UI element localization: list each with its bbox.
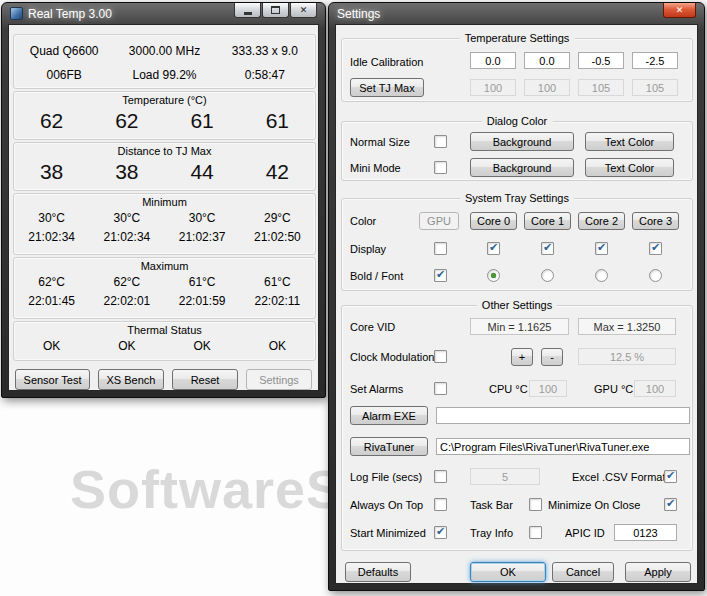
core0-color-button[interactable]: Core 0: [470, 212, 517, 230]
cpu-alarm-field[interactable]: 100: [529, 380, 567, 397]
task-bar-checkbox[interactable]: [529, 498, 542, 511]
display-core1-checkbox[interactable]: [541, 242, 554, 255]
normal-size-checkbox[interactable]: [434, 135, 447, 148]
core1-temp: 62: [89, 109, 164, 133]
clock-modulation-checkbox[interactable]: [434, 350, 447, 363]
ok-button[interactable]: OK: [470, 562, 546, 582]
system-tray-label: System Tray Settings: [460, 192, 574, 204]
core3-color-button[interactable]: Core 3: [632, 212, 679, 230]
idle-calibration-label: Idle Calibration: [350, 56, 423, 68]
clock-percent-field[interactable]: 12.5 %: [578, 348, 676, 365]
core2-min-time: 21:02:37: [165, 230, 240, 244]
font-radio-3[interactable]: [649, 269, 662, 282]
core1-color-button[interactable]: Core 1: [524, 212, 571, 230]
cpu-load: Load 99.2%: [114, 68, 214, 82]
maximize-button[interactable]: [262, 3, 289, 18]
tj-max-core2-field[interactable]: 105: [578, 79, 624, 96]
apply-button[interactable]: Apply: [625, 562, 691, 582]
minimize-icon: [244, 12, 252, 15]
thermal-status-label: Thermal Status: [14, 322, 315, 336]
cpu-info-panel: Quad Q6600 3000.00 MHz 333.33 x 9.0 006F…: [13, 34, 316, 89]
settings-close-button[interactable]: ✕: [663, 3, 696, 18]
cpu-fsb-multiplier: 333.33 x 9.0: [215, 44, 315, 58]
core0-thermal-status: OK: [14, 339, 89, 353]
sensor-test-button[interactable]: Sensor Test: [15, 369, 90, 390]
start-minimized-checkbox[interactable]: [434, 526, 447, 539]
rivatuner-path-field[interactable]: C:\Program Files\RivaTuner\RivaTuner.exe: [436, 438, 690, 455]
set-alarms-checkbox[interactable]: [434, 382, 447, 395]
task-bar-label: Task Bar: [470, 499, 513, 511]
excel-csv-checkbox[interactable]: [664, 470, 677, 483]
core2-min-temp: 30°C: [165, 211, 240, 225]
cpu-name: Quad Q6600: [14, 44, 114, 58]
rivatuner-button[interactable]: RivaTuner: [350, 437, 428, 456]
other-settings-label: Other Settings: [477, 299, 557, 311]
core1-min-time: 21:02:34: [89, 230, 164, 244]
idle-calibration-core2-field[interactable]: -0.5: [578, 52, 624, 69]
defaults-button[interactable]: Defaults: [345, 562, 411, 582]
tj-max-core1-field[interactable]: 100: [524, 79, 570, 96]
idle-calibration-core3-field[interactable]: -2.5: [632, 52, 678, 69]
font-radio-0[interactable]: [487, 269, 500, 282]
distance-panel: Distance to TJ Max 38 38 44 42: [13, 142, 316, 191]
tj-max-core3-field[interactable]: 105: [632, 79, 678, 96]
gpu-alarm-label: GPU °C: [594, 383, 633, 395]
display-core0-checkbox[interactable]: [487, 242, 500, 255]
bold-font-checkbox[interactable]: [434, 269, 447, 282]
reset-button[interactable]: Reset: [172, 369, 238, 390]
display-core2-checkbox[interactable]: [595, 242, 608, 255]
clock-minus-button[interactable]: -: [541, 348, 563, 366]
font-radio-2[interactable]: [595, 269, 608, 282]
cancel-button[interactable]: Cancel: [552, 562, 614, 582]
minimize-on-close-label: Minimize On Close: [548, 499, 640, 511]
normal-background-button[interactable]: Background: [470, 132, 574, 151]
clock-plus-button[interactable]: +: [511, 348, 533, 366]
settings-button[interactable]: Settings: [246, 369, 312, 390]
settings-titlebar[interactable]: Settings ✕: [335, 3, 698, 24]
maximum-panel: Maximum 62°C 62°C 61°C 61°C 22:01:45 22:…: [13, 257, 316, 319]
alarm-exe-button[interactable]: Alarm EXE: [350, 406, 428, 425]
tray-color-label: Color: [350, 215, 376, 227]
log-file-checkbox[interactable]: [434, 470, 447, 483]
core2-color-button[interactable]: Core 2: [578, 212, 625, 230]
distance-label: Distance to TJ Max: [14, 143, 315, 157]
apic-id-field[interactable]: 0123: [614, 524, 677, 541]
gpu-color-button[interactable]: GPU: [419, 212, 459, 230]
display-master-checkbox[interactable]: [434, 242, 447, 255]
core3-temp: 61: [240, 109, 315, 133]
temperature-panel: Temperature (°C) 62 62 61 61: [13, 91, 316, 140]
cpu-alarm-label: CPU °C: [489, 383, 528, 395]
tj-max-core0-field[interactable]: 100: [470, 79, 516, 96]
gpu-alarm-field[interactable]: 100: [634, 380, 676, 397]
tray-info-label: Tray Info: [470, 527, 513, 539]
dialog-color-label: Dialog Color: [482, 115, 553, 127]
core2-temp: 61: [165, 109, 240, 133]
core0-temp: 62: [14, 109, 89, 133]
mini-text-color-button[interactable]: Text Color: [585, 158, 674, 177]
idle-calibration-core0-field[interactable]: 0.0: [470, 52, 516, 69]
alarm-exe-path-field[interactable]: [436, 407, 690, 424]
core0-distance: 38: [14, 160, 89, 184]
realtemp-window: Real Temp 3.00 ✕ Quad Q6600 3000.00 MHz …: [1, 2, 326, 398]
font-radio-1[interactable]: [541, 269, 554, 282]
close-button[interactable]: ✕: [290, 3, 317, 18]
core0-max-temp: 62°C: [14, 275, 89, 289]
mini-mode-checkbox[interactable]: [434, 161, 447, 174]
settings-title: Settings: [337, 7, 380, 21]
idle-calibration-core1-field[interactable]: 0.0: [524, 52, 570, 69]
minimize-on-close-checkbox[interactable]: [664, 498, 677, 511]
minimize-button[interactable]: [234, 3, 261, 18]
realtemp-app-icon: [10, 7, 23, 20]
set-tj-max-button[interactable]: Set TJ Max: [350, 78, 424, 97]
normal-text-color-button[interactable]: Text Color: [585, 132, 674, 151]
xs-bench-button[interactable]: XS Bench: [98, 369, 164, 390]
tray-info-checkbox[interactable]: [529, 526, 542, 539]
display-core3-checkbox[interactable]: [649, 242, 662, 255]
log-secs-field[interactable]: 5: [470, 468, 540, 485]
close-icon: ✕: [300, 5, 308, 15]
cpu-frequency: 3000.00 MHz: [114, 44, 214, 58]
realtemp-titlebar[interactable]: Real Temp 3.00 ✕: [8, 3, 319, 24]
mini-background-button[interactable]: Background: [470, 158, 574, 177]
core0-max-time: 22:01:45: [14, 294, 89, 308]
always-on-top-checkbox[interactable]: [434, 498, 447, 511]
